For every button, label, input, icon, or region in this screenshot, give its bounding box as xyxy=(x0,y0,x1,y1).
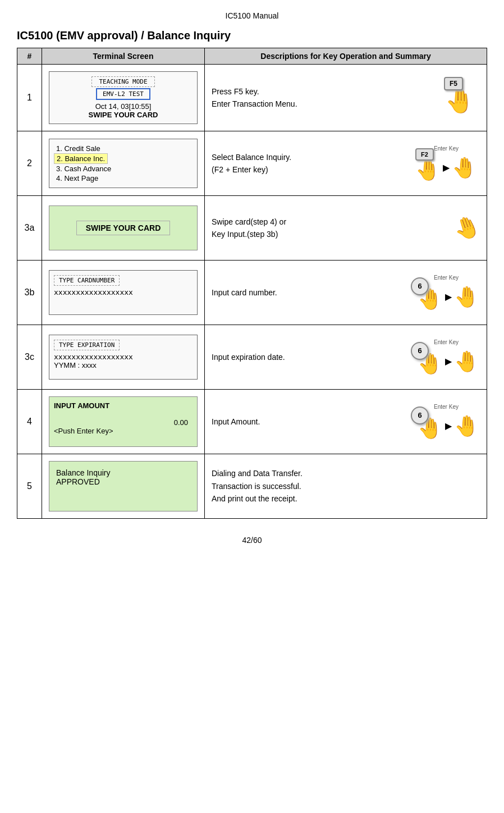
arrow-2: ▶ xyxy=(443,162,450,173)
screen-2-line-1: 1. Credit Sale xyxy=(54,144,193,153)
desc-2: Select Balance Inquiry. (F2 + Enter key)… xyxy=(205,131,487,196)
screen-3b: TYPE CARDNUMBER xxxxxxxxxxxxxxxxxx xyxy=(42,261,205,325)
key-visual-2: Enter Key F2 🤚 ▶ 🤚 xyxy=(413,145,480,182)
screen-1-line-4: SWIPE YOUR CARD xyxy=(54,111,193,119)
hand-icon-4b: 🤚 xyxy=(454,414,479,438)
desc-2-line-2: (F2 + Enter key) xyxy=(212,163,291,176)
f2-key: F2 xyxy=(415,148,434,161)
screen-3b-line-2: xxxxxxxxxxxxxxxxxx xyxy=(54,288,193,296)
screen-3c: TYPE EXPIRATION xxxxxxxxxxxxxxxxxx YYMM … xyxy=(42,325,205,390)
row-num-2: 2 xyxy=(17,131,42,196)
desc-4-line-1: Input Amount. xyxy=(212,415,260,428)
key-visual-1: F5 🤚 xyxy=(413,81,480,115)
screen-4-line-1: INPUT AMOUNT xyxy=(54,401,193,410)
arrow-4: ▶ xyxy=(445,421,452,431)
desc-1: Press F5 key. Enter Transaction Menu. F5… xyxy=(205,65,487,131)
screen-5-line-2: APPROVED xyxy=(56,477,190,486)
screen-1: TEACHING MODE EMV-L2 TEST Oct 14, 03[10:… xyxy=(42,65,205,131)
desc-5-line-3: And print out the receipt. xyxy=(212,492,303,505)
screen-3c-line-1: TYPE EXPIRATION xyxy=(54,340,120,350)
screen-1-line-1: TEACHING MODE xyxy=(91,76,154,87)
screen-3b-line-1: TYPE CARDNUMBER xyxy=(54,275,120,286)
f5-key: F5 xyxy=(444,77,463,90)
screen-3c-line-3: YYMM : xxxx xyxy=(54,361,193,369)
desc-3c-line-1: Input expiration date. xyxy=(212,351,285,363)
table-row-3b: 3b TYPE CARDNUMBER xxxxxxxxxxxxxxxxxx In… xyxy=(17,261,487,325)
hand-icon-2a: 🤚 xyxy=(415,158,441,182)
table-row-3c: 3c TYPE EXPIRATION xxxxxxxxxxxxxxxxxx YY… xyxy=(17,325,487,390)
col-header-desc: Descriptions for Key Operation and Summa… xyxy=(205,48,487,65)
col-header-num: # xyxy=(17,48,42,65)
screen-4-line-3: 0.00 xyxy=(54,418,193,427)
screen-2-line-4: 4. Next Page xyxy=(54,173,193,183)
screen-4-line-2 xyxy=(54,410,193,418)
desc-5-line-1: Dialing and Data Transfer. xyxy=(212,467,303,479)
row-num-3b: 3b xyxy=(17,261,42,325)
main-table: # Terminal Screen Descriptions for Key O… xyxy=(17,48,487,519)
screen-4-line-4: <Push Enter Key> xyxy=(54,427,193,435)
hand-icon-1: 🤚 xyxy=(445,87,474,115)
key-visual-3b: Enter Key 6 🤚 ▶ 🤚 xyxy=(413,275,480,311)
row-num-3a: 3a xyxy=(17,196,42,261)
desc-3a-line-1: Swipe card(step 4) or xyxy=(212,216,286,228)
section-title: IC5100 (EMV approval) / Balance Inquiry xyxy=(17,29,487,42)
key-6-4: 6 xyxy=(411,406,429,424)
swipe-hand-icon: 🤚 xyxy=(450,212,483,244)
key-visual-3c: Enter Key 6 🤚 ▶ 🤚 xyxy=(413,339,480,376)
key-visual-4: Enter Key 6 🤚 ▶ 🤚 xyxy=(413,404,480,440)
row-num-5: 5 xyxy=(17,454,42,519)
desc-3a: Swipe card(step 4) or Key Input.(step 3b… xyxy=(205,196,487,261)
desc-4: Input Amount. Enter Key 6 🤚 ▶ 🤚 xyxy=(205,390,487,454)
row-num-4: 4 xyxy=(17,390,42,454)
desc-3a-line-2: Key Input.(step 3b) xyxy=(212,228,286,240)
desc-3b-line-1: Input card number. xyxy=(212,286,277,299)
table-row-2: 2 1. Credit Sale 2. Balance Inc. 3. Cash… xyxy=(17,131,487,196)
key-6-3c: 6 xyxy=(411,342,429,360)
row-num-3c: 3c xyxy=(17,325,42,390)
screen-1-line-2: EMV-L2 TEST xyxy=(96,88,150,100)
screen-3a-line-1: SWIPE YOUR CARD xyxy=(76,221,171,235)
screen-3a: SWIPE YOUR CARD xyxy=(42,196,205,261)
screen-2-line-2: 2. Balance Inc. xyxy=(54,153,108,164)
col-header-screen: Terminal Screen xyxy=(42,48,205,65)
key-6-3b: 6 xyxy=(411,277,429,295)
screen-5-line-1: Balance Inquiry xyxy=(56,468,190,477)
screen-2-line-3: 3. Cash Advance xyxy=(54,164,193,173)
table-row-5: 5 Balance Inquiry APPROVED Dialing and D… xyxy=(17,454,487,519)
page-footer: 42/60 xyxy=(17,536,487,545)
table-row-4: 4 INPUT AMOUNT 0.00 <Push Enter Key> Inp… xyxy=(17,390,487,454)
desc-3b: Input card number. Enter Key 6 🤚 ▶ 🤚 xyxy=(205,261,487,325)
screen-3c-line-2: xxxxxxxxxxxxxxxxxx xyxy=(54,353,193,361)
desc-1-line-1: Press F5 key. xyxy=(212,85,297,98)
hand-icon-3b2: 🤚 xyxy=(454,285,479,309)
desc-1-line-2: Enter Transaction Menu. xyxy=(212,98,297,110)
desc-5: Dialing and Data Transfer. Transaction i… xyxy=(205,454,487,519)
arrow-3b: ▶ xyxy=(445,291,452,302)
desc-2-line-1: Select Balance Inquiry. xyxy=(212,151,291,163)
enter-key-label-4: Enter Key xyxy=(434,404,459,410)
row-num-1: 1 xyxy=(17,65,42,131)
enter-key-label-3c: Enter Key xyxy=(434,339,459,345)
desc-3c: Input expiration date. Enter Key 6 🤚 ▶ 🤚 xyxy=(205,325,487,390)
table-row-3a: 3a SWIPE YOUR CARD Swipe card(step 4) or… xyxy=(17,196,487,261)
hand-icon-2b: 🤚 xyxy=(452,156,477,180)
table-row-1: 1 TEACHING MODE EMV-L2 TEST Oct 14, 03[1… xyxy=(17,65,487,131)
enter-key-label-3b: Enter Key xyxy=(434,275,459,281)
desc-5-line-2: Transaction is successful. xyxy=(212,480,303,492)
hand-icon-3c2: 🤚 xyxy=(454,350,479,373)
screen-1-line-3: Oct 14, 03[10:55] xyxy=(54,102,193,111)
enter-key-label-2: Enter Key xyxy=(434,145,459,152)
key-visual-3a: 🤚 xyxy=(435,216,480,240)
screen-4: INPUT AMOUNT 0.00 <Push Enter Key> xyxy=(42,390,205,454)
page-title: IC5100 Manual xyxy=(17,11,487,20)
arrow-3c: ▶ xyxy=(445,356,452,367)
screen-5: Balance Inquiry APPROVED xyxy=(42,454,205,519)
screen-2: 1. Credit Sale 2. Balance Inc. 3. Cash A… xyxy=(42,131,205,196)
